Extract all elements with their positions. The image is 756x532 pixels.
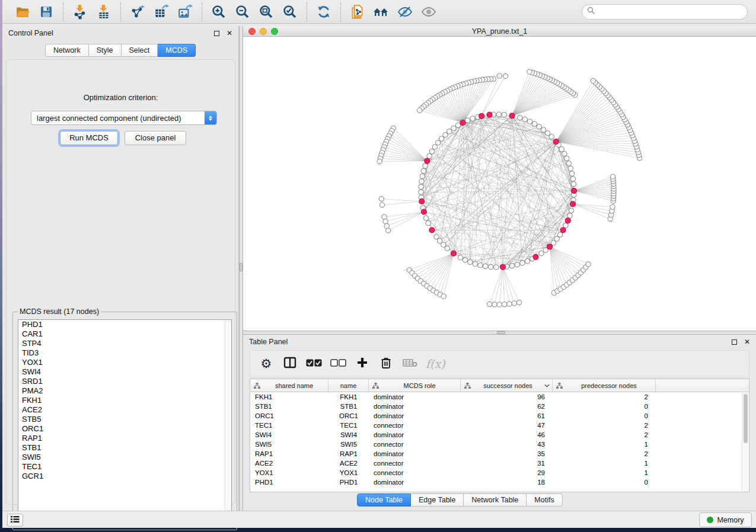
mcds-result-item[interactable]: PMA2 xyxy=(18,386,231,396)
mcds-result-item[interactable]: ACE2 xyxy=(18,405,231,415)
node-table[interactable]: shared namenameMCDS rolesuccessor nodesp… xyxy=(250,379,749,492)
search-icon xyxy=(587,7,595,17)
table-row[interactable]: SWI5SWI5connector431 xyxy=(250,440,749,449)
mcds-list-scrollbar[interactable] xyxy=(225,320,231,527)
float-panel-icon[interactable] xyxy=(214,31,219,36)
table-toolbar: ⚙ f(x) xyxy=(250,350,749,377)
show-panels-button[interactable] xyxy=(7,514,23,527)
show-all-button[interactable] xyxy=(417,2,441,21)
criterion-dropdown[interactable]: largest connected component (undirected) xyxy=(31,111,217,125)
table-row[interactable]: FKH1FKH1dominator962 xyxy=(250,392,749,402)
mcds-result-item[interactable]: STB5 xyxy=(18,415,231,424)
mcds-result-title: MCDS result (17 nodes) xyxy=(18,307,101,316)
tab-select[interactable]: Select xyxy=(122,44,158,57)
export-network-button[interactable] xyxy=(126,2,149,21)
search-field[interactable] xyxy=(582,4,748,20)
open-file-button[interactable] xyxy=(11,2,34,21)
mcds-result-item[interactable]: RAP1 xyxy=(18,434,231,443)
mcds-result-item[interactable]: SWI5 xyxy=(18,453,231,462)
add-column-button[interactable] xyxy=(355,355,370,373)
first-neighbors-button[interactable] xyxy=(369,2,393,21)
export-table-icon xyxy=(154,4,169,20)
cell-shared_name: RAP1 xyxy=(250,449,328,459)
mcds-result-item[interactable]: FKH1 xyxy=(18,396,231,405)
hide-selected-button[interactable] xyxy=(393,2,417,21)
vertical-splitter[interactable] xyxy=(239,26,243,511)
mcds-result-item[interactable]: ORC1 xyxy=(18,424,231,434)
cell-mcds_role: dominator xyxy=(369,402,461,411)
refresh-view-button[interactable] xyxy=(312,2,336,21)
table-scrollbar[interactable] xyxy=(742,393,748,492)
memory-button[interactable]: Memory xyxy=(699,512,752,527)
deselect-all-rows-button[interactable] xyxy=(330,355,346,373)
column-header-predecessor-nodes[interactable]: predecessor nodes xyxy=(553,379,656,392)
table-row[interactable]: RAP1RAP1dominator352 xyxy=(250,449,749,459)
table-row[interactable]: TEC1TEC1connector472 xyxy=(250,421,749,430)
cell-mcds_role: dominator xyxy=(369,430,461,440)
mcds-result-item[interactable]: TEC1 xyxy=(18,462,231,472)
mcds-result-item[interactable]: PHD1 xyxy=(18,320,231,329)
tab-motifs[interactable]: Motifs xyxy=(527,493,562,507)
column-header-shared-name[interactable]: shared name xyxy=(250,379,328,392)
tab-node-table[interactable]: Node Table xyxy=(357,493,411,507)
zoom-in-button[interactable] xyxy=(207,2,231,21)
cell-successor_nodes: 46 xyxy=(461,430,553,440)
zoom-in-icon xyxy=(211,4,227,20)
cell-name: SWI4 xyxy=(328,430,369,440)
close-panel-icon[interactable]: ✕ xyxy=(227,30,232,37)
zoom-fit-button[interactable] xyxy=(254,2,278,21)
column-header-name[interactable]: name xyxy=(328,379,369,392)
toggle-columns-button[interactable] xyxy=(282,355,298,373)
run-mcds-button[interactable]: Run MCDS xyxy=(60,131,118,145)
table-row[interactable]: SWI4SWI4dominator462 xyxy=(250,430,749,440)
cell-shared_name: SWI4 xyxy=(250,430,328,440)
close-panel-button[interactable]: Close panel xyxy=(125,131,186,145)
mcds-result-item[interactable]: SRD1 xyxy=(18,377,231,386)
mcds-result-item[interactable]: SWI4 xyxy=(18,367,231,377)
zoom-out-button[interactable] xyxy=(231,2,254,21)
tab-edge-table[interactable]: Edge Table xyxy=(411,493,464,507)
cell-mcds_role: dominator xyxy=(369,392,461,402)
mcds-result-item[interactable]: TID3 xyxy=(18,348,231,358)
network-graph-canvas[interactable] xyxy=(243,37,756,331)
delete-columns-button[interactable] xyxy=(378,355,394,373)
mcds-result-item[interactable]: STP4 xyxy=(18,339,231,348)
table-settings-button[interactable]: ⚙ xyxy=(259,355,274,373)
clone-network-button[interactable] xyxy=(346,2,369,21)
equation-builder-button[interactable]: f(x) xyxy=(426,355,445,373)
table-row[interactable]: ACE2ACE2connector311 xyxy=(250,459,749,468)
table-scrollbar-thumb[interactable] xyxy=(744,394,748,443)
import-table-button[interactable] xyxy=(92,2,116,21)
table-panel-title: Table Panel xyxy=(249,338,288,346)
mcds-result-item[interactable]: STB1 xyxy=(18,443,231,453)
cell-shared_name: FKH1 xyxy=(250,392,328,402)
export-table-button[interactable] xyxy=(149,2,173,21)
table-row[interactable]: YOX1YOX1connector291 xyxy=(250,468,749,477)
tab-style[interactable]: Style xyxy=(89,44,122,57)
table-row[interactable]: PHD1PHD1dominator180 xyxy=(250,477,749,487)
export-image-button[interactable] xyxy=(173,2,197,21)
column-header-MCDS-role[interactable]: MCDS role xyxy=(369,379,461,392)
mcds-result-list[interactable]: PHD1CAR1STP4TID3YOX1SWI4SRD1PMA2FKH1ACE2… xyxy=(18,319,232,528)
tab-network[interactable]: Network xyxy=(45,44,89,57)
mcds-result-item[interactable]: YOX1 xyxy=(18,358,231,367)
tab-network-table[interactable]: Network Table xyxy=(464,493,527,507)
network-window-titlebar[interactable]: YPA_prune.txt_1 xyxy=(243,26,756,37)
save-session-button[interactable] xyxy=(34,2,58,21)
horizontal-splitter[interactable] xyxy=(243,331,756,335)
zoom-selected-button[interactable] xyxy=(278,2,302,21)
import-network-button[interactable] xyxy=(68,2,92,21)
mcds-result-item[interactable]: CAR1 xyxy=(18,329,231,339)
delete-table-button[interactable] xyxy=(402,355,417,373)
table-row[interactable]: ORC1ORC1dominator610 xyxy=(250,411,749,421)
column-header-successor-nodes[interactable]: successor nodes xyxy=(461,379,553,392)
mcds-result-item[interactable]: GCR1 xyxy=(18,472,231,481)
table-row[interactable]: STB1STB1dominator620 xyxy=(250,402,749,411)
select-all-rows-button[interactable] xyxy=(306,355,322,373)
cell-mcds_role: dominator xyxy=(369,411,461,421)
tab-mcds[interactable]: MCDS xyxy=(158,44,196,57)
float-table-panel-icon[interactable] xyxy=(732,339,737,345)
close-table-panel-icon[interactable]: ✕ xyxy=(744,338,750,345)
cell-name: YOX1 xyxy=(328,468,369,477)
search-input[interactable] xyxy=(599,8,747,16)
